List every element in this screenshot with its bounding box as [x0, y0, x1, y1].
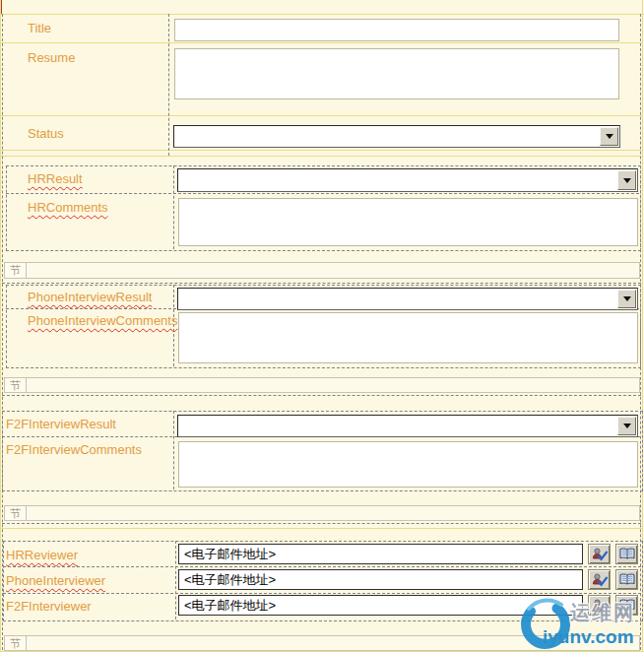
- section-tab-bar: [27, 262, 640, 279]
- section-outer-border: [2, 395, 641, 396]
- email-placeholder-text: <电子邮件地址>: [184, 571, 276, 589]
- phoneinterviewer-label: PhoneInterviewer: [6, 573, 105, 588]
- section-tab[interactable]: 节: [4, 377, 27, 393]
- reviewers-row-divider: [3, 566, 641, 567]
- f2finterviewcomments-textarea[interactable]: [178, 441, 638, 488]
- hrreviewer-email-input[interactable]: <电子邮件地址>: [178, 544, 583, 564]
- section-tab[interactable]: 节: [4, 635, 27, 651]
- grid-line: [0, 150, 642, 151]
- address-book-button[interactable]: [615, 544, 638, 564]
- email-placeholder-text: <电子邮件地址>: [184, 597, 276, 615]
- watermark-domain: iyunv.com: [543, 626, 634, 648]
- dropdown-button[interactable]: [600, 127, 618, 146]
- chevron-down-icon: [623, 424, 631, 428]
- check-names-button[interactable]: [588, 544, 611, 564]
- watermark-site-name: 运维网: [570, 600, 635, 626]
- check-names-icon: [592, 573, 608, 587]
- dropdown-button[interactable]: [617, 170, 636, 190]
- hr-section-row-divider: [6, 193, 639, 194]
- f2f-section-column-divider: [173, 411, 174, 489]
- section-tab[interactable]: 节: [4, 505, 27, 521]
- grid-line: [0, 528, 642, 529]
- hrresult-dropdown[interactable]: [177, 168, 638, 192]
- phoneinterviewresult-label: PhoneInterviewResult: [28, 290, 152, 304]
- infopath-form-canvas: Title Resume Status HRResult HRComments …: [0, 0, 644, 652]
- section-tab-bar: [27, 505, 640, 521]
- status-label: Status: [28, 126, 64, 141]
- resume-label: Resume: [28, 50, 75, 65]
- chevron-down-icon: [623, 296, 631, 301]
- reviewers-column-divider: [175, 541, 176, 619]
- check-names-icon: [592, 548, 608, 561]
- title-label: Title: [28, 21, 51, 35]
- layout-column-divider: [168, 14, 169, 156]
- grid-line: [0, 156, 642, 157]
- hr-section-column-divider: [173, 165, 174, 249]
- hrreviewer-label: HRReviewer: [6, 548, 78, 562]
- section-outer-border: [2, 523, 641, 524]
- email-placeholder-text: <电子邮件地址>: [184, 546, 276, 563]
- left-yellow-border: [0, 0, 1, 652]
- f2finterviewresult-dropdown[interactable]: [177, 415, 638, 437]
- chevron-down-icon: [606, 134, 613, 139]
- f2finterviewresult-label: F2FInterviewResult: [6, 417, 116, 431]
- hrcomments-label: HRComments: [28, 200, 108, 215]
- section-tab-bar: [27, 377, 640, 393]
- grid-line: [0, 115, 642, 116]
- f2finterviewer-label: F2FInterviewer: [6, 599, 92, 614]
- dropdown-button[interactable]: [617, 290, 636, 308]
- title-input[interactable]: [174, 19, 619, 41]
- dropdown-button[interactable]: [617, 417, 636, 435]
- chevron-down-icon: [623, 178, 631, 183]
- phoneinterviewresult-dropdown[interactable]: [177, 288, 638, 310]
- status-dropdown[interactable]: [173, 125, 620, 148]
- watermark: 运维网 iyunv.com: [497, 586, 644, 652]
- hrcomments-textarea[interactable]: [178, 198, 638, 246]
- grid-line: [0, 14, 644, 15]
- address-book-icon: [619, 573, 635, 586]
- phoneinterviewcomments-label: PhoneInterviewComments: [28, 313, 177, 328]
- f2finterviewcomments-label: F2FInterviewComments: [6, 442, 142, 457]
- phoneinterviewcomments-textarea[interactable]: [178, 312, 638, 363]
- address-book-icon: [619, 548, 635, 560]
- resume-textarea[interactable]: [174, 48, 619, 99]
- hrresult-label: HRResult: [28, 171, 83, 186]
- section-tab[interactable]: 节: [4, 262, 27, 279]
- grid-line: [0, 42, 642, 43]
- section-outer-border: [2, 283, 641, 284]
